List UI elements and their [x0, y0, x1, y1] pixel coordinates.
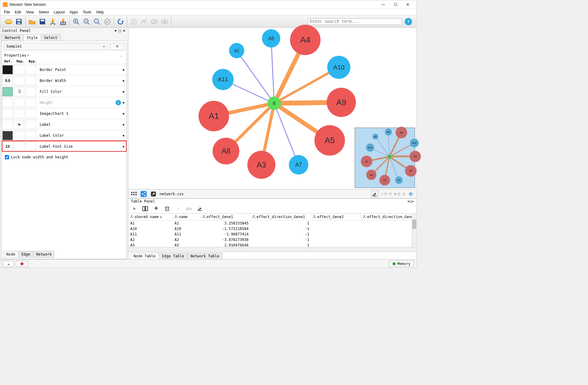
map-cell[interactable]: ⠿ — [14, 87, 24, 96]
save-icon[interactable] — [38, 17, 47, 26]
function-icon[interactable]: f(x) — [186, 205, 192, 212]
table-scrollbar-v[interactable] — [412, 214, 416, 247]
tab-style[interactable]: Style — [23, 34, 41, 41]
expand-icon[interactable]: ◀ — [122, 123, 124, 126]
zoom-fit-icon[interactable]: 1 — [92, 17, 102, 26]
byp-cell[interactable] — [26, 76, 36, 85]
import-table-icon[interactable] — [59, 17, 68, 26]
def-cell[interactable] — [2, 98, 13, 107]
def-cell[interactable] — [2, 131, 13, 140]
menu-tools[interactable]: Tools — [81, 9, 94, 15]
table-row[interactable]: A2A2-3.878273038-1 — [128, 237, 416, 242]
table-row[interactable]: A3A32.0104766461 — [128, 242, 416, 247]
node-A6[interactable]: A6 — [262, 29, 280, 48]
panel-close-icon[interactable]: ✕ — [122, 29, 126, 33]
node-A4[interactable]: A4 — [290, 25, 321, 55]
lock-checkbox[interactable] — [5, 155, 9, 159]
show-all-icon[interactable] — [160, 17, 169, 26]
open-icon[interactable] — [27, 17, 37, 26]
maximize-button[interactable]: ☐ — [389, 1, 402, 8]
zoom-out-icon[interactable] — [82, 17, 91, 26]
node-A3[interactable]: A3 — [247, 151, 275, 179]
def-cell[interactable]: 0.0 — [2, 76, 13, 85]
expand-icon[interactable]: ◀ — [122, 112, 124, 115]
panel-dropdown-icon[interactable]: ▾ — [113, 29, 118, 33]
menu-layout[interactable]: Layout — [51, 9, 67, 15]
reload-icon[interactable] — [116, 17, 125, 26]
byp-cell[interactable] — [26, 131, 36, 140]
detach-icon[interactable] — [150, 190, 157, 198]
collapse-all-icon[interactable]: ⦧ — [122, 54, 124, 58]
byp-cell[interactable] — [26, 87, 36, 96]
table-scrollbar-h[interactable] — [128, 247, 416, 252]
property-row[interactable]: ⠿Fill Color◀ — [2, 86, 127, 97]
map-cell[interactable] — [14, 98, 24, 107]
table-col-header[interactable]: effect_Gene1 — [201, 214, 250, 220]
cloud-button[interactable]: ☁ — [3, 261, 14, 267]
def-cell[interactable] — [2, 65, 13, 74]
export-table-icon[interactable] — [197, 205, 203, 212]
tp-dropdown-icon[interactable]: ▾ — [407, 199, 409, 203]
tp-close-icon[interactable]: ✕ — [412, 199, 414, 203]
property-row[interactable]: Heighti◀ — [2, 97, 127, 108]
menu-edit[interactable]: Edit — [12, 9, 23, 15]
grid-icon[interactable] — [130, 190, 138, 198]
table-row[interactable]: A1A13.2583338451 — [128, 221, 416, 226]
byp-cell[interactable] — [26, 120, 36, 129]
byp-cell[interactable] — [26, 98, 36, 107]
link-icon[interactable]: ⌁ — [175, 205, 181, 212]
node-A5[interactable]: A5 — [314, 125, 345, 156]
def-cell[interactable]: 13 — [2, 142, 13, 151]
menu-apps[interactable]: Apps — [67, 9, 80, 15]
stop-button[interactable] — [16, 261, 28, 267]
tab-select[interactable]: Select — [41, 34, 61, 41]
subtab-node[interactable]: Node — [4, 251, 18, 258]
node-A1[interactable]: A1 — [199, 101, 229, 131]
node-A8[interactable]: A8 — [213, 138, 239, 164]
tp-float-icon[interactable]: ◻ — [410, 199, 412, 203]
node-B[interactable]: B — [267, 97, 281, 110]
edge[interactable] — [271, 38, 275, 103]
minimap[interactable]: BA1A2A3A4A5A6A7A8A9A10A11 — [355, 128, 415, 188]
expand-all-icon[interactable]: ⦦ — [120, 54, 122, 58]
byp-cell[interactable] — [26, 142, 36, 151]
first-neighbors-icon[interactable] — [129, 17, 138, 26]
map-cell[interactable] — [14, 109, 24, 118]
close-button[interactable]: ✕ — [402, 1, 414, 8]
def-cell[interactable] — [2, 87, 13, 96]
map-cell[interactable] — [14, 131, 24, 140]
node-A9[interactable]: A9 — [327, 88, 356, 117]
property-row[interactable]: Border Paint◀ — [2, 64, 127, 75]
map-cell[interactable] — [14, 65, 24, 74]
style-menu-button[interactable]: ≡ — [109, 43, 125, 50]
save-session-icon[interactable] — [14, 17, 23, 26]
columns-icon[interactable] — [142, 205, 149, 212]
info-icon[interactable]: i — [116, 100, 121, 105]
expand-icon[interactable]: ◀ — [122, 68, 124, 72]
property-row[interactable]: ⁝▸Label◀ — [2, 119, 127, 130]
menu-select[interactable]: Select — [36, 9, 51, 15]
property-row[interactable]: Image/Chart 1◀ — [2, 108, 127, 119]
help-icon[interactable]: ? — [405, 18, 412, 25]
tab-node-table[interactable]: Node Table — [130, 253, 159, 259]
menu-view[interactable]: View — [23, 9, 36, 15]
search-input[interactable] — [308, 18, 402, 25]
gear-icon[interactable]: ⚙ — [131, 205, 138, 212]
expand-icon[interactable]: ◀ — [122, 134, 124, 137]
def-cell[interactable] — [2, 109, 13, 118]
panel-float-icon[interactable]: ◻ — [118, 29, 122, 33]
tab-edge-table[interactable]: Edge Table — [159, 253, 187, 259]
node-A10[interactable]: A10 — [327, 56, 350, 79]
show-hidden-icon[interactable] — [150, 17, 159, 26]
import-network-icon[interactable] — [48, 17, 57, 26]
network-canvas[interactable]: BA1A2A3A4A5A6A7A8A9A10A11BA1A2A3A4A5A6A7… — [128, 28, 416, 189]
minimize-button[interactable]: — — [377, 1, 389, 8]
share-icon[interactable] — [140, 190, 147, 198]
node-A11[interactable]: A11 — [212, 69, 234, 90]
table-col-header[interactable]: effect_direction_Gene — [361, 214, 416, 220]
menu-help[interactable]: Help — [94, 9, 106, 15]
table-col-header[interactable]: effect_Gene2 — [311, 214, 361, 220]
node-A2[interactable]: A2 — [229, 43, 244, 58]
zoom-in-icon[interactable] — [72, 17, 81, 26]
tab-network-table[interactable]: Network Table — [187, 253, 223, 259]
